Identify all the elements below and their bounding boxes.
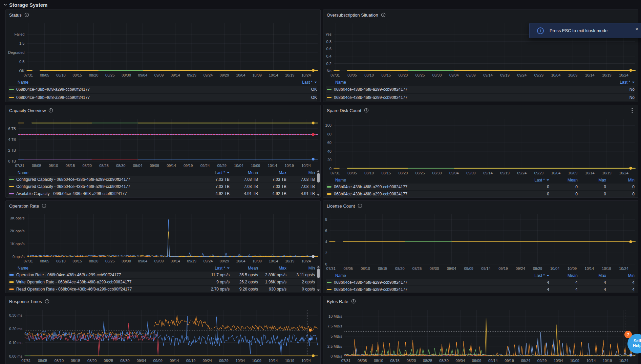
info-icon[interactable] — [381, 13, 386, 17]
scroll-down-icon[interactable] — [317, 194, 320, 196]
legend-row: 068b04ce-438b-46f8-a299-ccb90ff241774444 — [326, 279, 635, 286]
legend-stat-column-header[interactable]: Min — [286, 266, 315, 271]
info-icon[interactable] — [48, 108, 53, 113]
panel-title[interactable]: Operation Rate — [9, 204, 39, 209]
svg-text:0.8: 0.8 — [326, 40, 332, 44]
legend-name-column-header[interactable]: Name — [326, 80, 606, 85]
legend-row: Write Operation Rate - 068b04ce-438b-46f… — [8, 279, 315, 286]
legend-stat-column-header[interactable]: Max — [578, 178, 606, 183]
series-name[interactable]: Operation Rate - 068b04ce-438b-46f8-a299… — [16, 273, 201, 277]
legend-stat-column-header[interactable]: Last * — [289, 80, 317, 85]
series-name[interactable]: 068b04ce-438b-46f8-a299-ccb90ff24177 — [334, 280, 521, 285]
scroll-down-icon[interactable] — [317, 290, 320, 291]
panel-title[interactable]: Response Times — [9, 299, 42, 304]
series-stat-value: 4 — [606, 287, 635, 292]
row-title: Storage System — [9, 2, 47, 8]
series-color-swatch — [9, 97, 14, 98]
legend-stat-column-header[interactable]: Last * — [521, 178, 549, 183]
series-name[interactable]: Configured Capacity - 068b04ce-438b-46f8… — [16, 184, 201, 189]
series-name[interactable]: Configured Capacity - 068b04ce-438b-46f8… — [16, 177, 201, 182]
chart-canvas[interactable]: 07/3108/0508/1008/1508/2008/2508/3009/04… — [323, 115, 638, 177]
response-times-chart[interactable]: 07/3108/0508/1008/1508/2008/2508/3009/04… — [6, 306, 320, 364]
capacity-chart[interactable]: 07/3108/0508/1008/1508/2008/2508/3009/04… — [6, 115, 320, 169]
legend-stat-column-header[interactable]: Max — [258, 170, 286, 175]
legend-name-column-header[interactable]: Name — [8, 80, 289, 85]
svg-text:09/29: 09/29 — [533, 266, 542, 271]
license-count-chart[interactable]: 07/3108/0508/1008/1508/2008/2508/3009/04… — [323, 211, 638, 272]
series-name[interactable]: 068b04ce-438b-46f8-a299-ccb90ff24177 — [334, 185, 521, 189]
series-name[interactable]: 068b04ce-438b-46f8-a299-ccb90ff24177 — [16, 95, 289, 100]
operation-rate-chart[interactable]: 07/3108/0508/1008/1508/2008/2508/3009/04… — [6, 211, 320, 265]
series-name[interactable]: 068b04ce-438b-46f8-a299-ccb90ff24177 — [334, 95, 606, 100]
series-stat-value: 7.03 TB — [201, 184, 230, 189]
legend-stat-column-header[interactable]: Max — [578, 273, 606, 278]
panel-title[interactable]: Bytes Rate — [327, 299, 348, 304]
legend-name-column-header[interactable]: Name — [326, 273, 521, 278]
legend-name-column-header[interactable]: Name — [326, 178, 521, 183]
series-stat-value: 7.03 TB — [230, 177, 258, 182]
legend-name-column-header[interactable]: Name — [8, 170, 201, 175]
legend-stat-column-header[interactable]: Last * — [606, 80, 635, 85]
panel-title[interactable]: License Count — [327, 204, 355, 209]
svg-text:09/04: 09/04 — [133, 164, 143, 168]
info-icon[interactable] — [364, 108, 369, 113]
info-icon[interactable] — [24, 13, 29, 17]
row-header-storage-system[interactable]: Storage System — [3, 1, 47, 8]
legend-name-column-header[interactable]: Name — [8, 266, 201, 271]
series-name[interactable]: 068b04ce-438b-46f8-a299-ccb90ff24177 — [334, 87, 606, 92]
series-name[interactable]: 068b04ce-438b-46f8-a299-ccb90ff24177 — [334, 192, 521, 196]
legend-stat-column-header[interactable]: Last * — [521, 273, 549, 278]
toast-close-button[interactable]: × — [635, 26, 638, 31]
bytes-rate-chart[interactable]: 07/3108/0508/1008/1508/2008/2508/3009/04… — [323, 306, 638, 364]
legend-stat-column-header[interactable]: Max — [258, 266, 286, 271]
status-chart[interactable]: 07/3108/0508/1008/1508/2008/2508/3009/04… — [6, 20, 320, 79]
series-name[interactable]: Write Operation Rate - 068b04ce-438b-46f… — [16, 280, 201, 284]
operation-rate-legend: NameLast *MeanMaxMinOperation Rate - 068… — [6, 265, 320, 293]
spare-disk-chart[interactable]: 07/3108/0508/1008/1508/2008/2508/3009/04… — [323, 115, 638, 177]
info-icon[interactable] — [42, 204, 46, 208]
series-name[interactable]: 068b04ce-438b-46f8-a299-ccb90ff24177 — [16, 87, 289, 92]
info-icon[interactable] — [351, 299, 356, 304]
svg-text:10/14: 10/14 — [585, 171, 595, 175]
chart-canvas[interactable]: 07/3108/0508/1008/1508/2008/2508/3009/04… — [6, 115, 320, 169]
svg-text:08/30: 08/30 — [432, 73, 442, 77]
panel-title[interactable]: Status — [9, 13, 22, 18]
legend-stat-column-header[interactable]: Last * — [201, 266, 230, 271]
chart-canvas[interactable]: 07/3108/0508/1008/1508/2008/2508/3009/04… — [323, 211, 638, 272]
scrollbar-thumb[interactable] — [317, 269, 320, 278]
series-name[interactable]: 068b04ce-438b-46f8-a299-ccb90ff24177 — [334, 287, 521, 292]
chart-canvas[interactable]: 07/3108/0508/1008/1508/2008/2508/3009/04… — [323, 306, 638, 364]
chart-canvas[interactable]: 07/3108/0508/1008/1508/2008/2508/3009/04… — [6, 20, 320, 79]
info-icon[interactable] — [358, 204, 362, 208]
legend-stat-column-header[interactable]: Mean — [230, 266, 258, 271]
legend-stat-column-header[interactable]: Mean — [549, 273, 578, 278]
chart-canvas[interactable]: 07/3108/0508/1008/1508/2008/2508/3009/04… — [6, 306, 320, 364]
scroll-up-icon[interactable] — [317, 266, 320, 267]
legend-scrollbar[interactable] — [317, 265, 320, 292]
legend-stat-column-header[interactable]: Min — [606, 273, 635, 278]
svg-text:09/29: 09/29 — [217, 164, 227, 168]
scrollbar-thumb[interactable] — [317, 173, 320, 183]
panel-menu-button[interactable] — [629, 107, 635, 113]
series-name[interactable]: Read Operation Rate - 068b04ce-438b-46f8… — [16, 287, 201, 292]
svg-text:10/09: 10/09 — [568, 73, 578, 77]
legend-stat-column-header[interactable]: Mean — [549, 178, 578, 183]
panel-title[interactable]: Oversubscription Situation — [327, 13, 378, 18]
svg-text:10/14: 10/14 — [269, 259, 278, 263]
series-stat-value: 4 — [578, 287, 606, 292]
legend-stat-column-header[interactable]: Mean — [230, 170, 258, 175]
series-name[interactable]: Available Capacity - 068b04ce-438b-46f8-… — [16, 191, 201, 196]
svg-text:100: 100 — [325, 123, 332, 127]
svg-text:10/04: 10/04 — [236, 73, 245, 77]
chart-canvas[interactable]: 07/3108/0508/1008/1508/2008/2508/3009/04… — [6, 211, 320, 265]
scroll-up-icon[interactable] — [317, 170, 320, 172]
info-icon[interactable] — [45, 299, 49, 304]
svg-text:10/24: 10/24 — [301, 259, 311, 263]
panel-title[interactable]: Spare Disk Count — [327, 108, 361, 113]
legend-stat-column-header[interactable]: Last * — [201, 170, 230, 175]
legend-scrollbar[interactable] — [317, 170, 320, 196]
legend-stat-column-header[interactable]: Min — [606, 178, 635, 183]
legend-stat-column-header[interactable]: Min — [286, 170, 315, 175]
series-color-swatch — [327, 193, 332, 195]
panel-title[interactable]: Capacity Overview — [9, 108, 46, 113]
